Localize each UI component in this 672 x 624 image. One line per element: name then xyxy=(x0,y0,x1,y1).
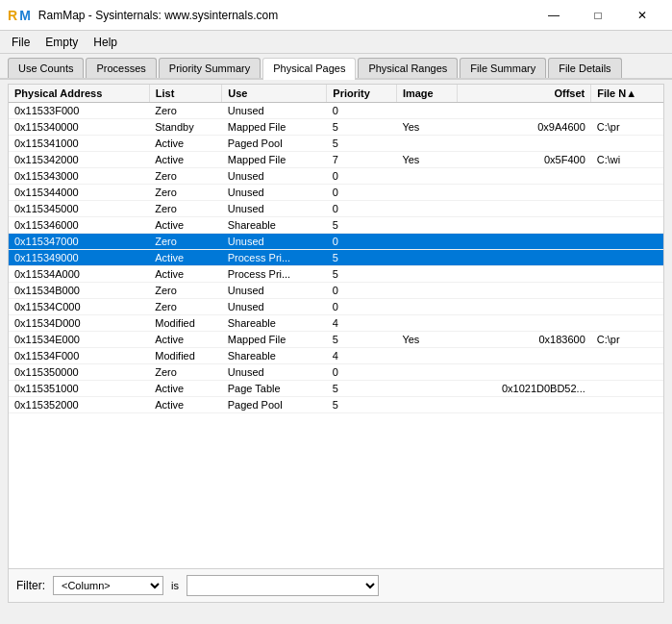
table-cell xyxy=(396,381,457,397)
tab-file-summary[interactable]: File Summary xyxy=(460,58,546,78)
table-cell: 0 xyxy=(327,201,397,217)
table-cell: 0x115343000 xyxy=(9,168,149,185)
table-row[interactable]: 0x115349000ActiveProcess Pri...5 xyxy=(9,250,663,266)
col-priority[interactable]: Priority xyxy=(327,85,397,103)
table-cell xyxy=(396,299,457,315)
table-cell: 0 xyxy=(327,234,397,250)
table-cell xyxy=(591,283,663,299)
table-cell: 0x11534E000 xyxy=(9,332,149,348)
menu-file[interactable]: File xyxy=(4,34,37,51)
table-row[interactable]: 0x115344000ZeroUnused0 xyxy=(9,185,663,201)
tab-priority-summary[interactable]: Priority Summary xyxy=(159,58,261,78)
tab-file-details[interactable]: File Details xyxy=(548,58,621,78)
menu-help[interactable]: Help xyxy=(86,34,125,51)
table-cell xyxy=(458,103,591,119)
table-cell: 0x115351000 xyxy=(9,381,149,397)
tab-physical-pages[interactable]: Physical Pages xyxy=(262,58,356,80)
table-cell xyxy=(396,103,457,119)
table-cell: Paged Pool xyxy=(222,136,327,152)
table-cell: Standby xyxy=(149,119,221,136)
close-button[interactable]: ✕ xyxy=(620,0,664,31)
table-row[interactable]: 0x11534C000ZeroUnused0 xyxy=(9,299,663,315)
col-filename[interactable]: File N▲ xyxy=(591,85,663,103)
filter-column-select[interactable]: <Column> Physical Address List Use Prior… xyxy=(53,576,163,595)
col-physical-address[interactable]: Physical Address xyxy=(9,85,149,103)
table-cell: 7 xyxy=(327,152,397,168)
table-cell: 0x115347000 xyxy=(9,234,149,250)
table-cell: Yes xyxy=(396,152,457,168)
table-row[interactable]: 0x11534F000ModifiedShareable4 xyxy=(9,348,663,364)
table-cell xyxy=(396,283,457,299)
table-cell: Unused xyxy=(222,364,327,381)
table-cell: 5 xyxy=(327,332,397,348)
col-use[interactable]: Use xyxy=(222,85,327,103)
table-cell xyxy=(458,266,591,283)
table-row[interactable]: 0x115350000ZeroUnused0 xyxy=(9,364,663,381)
table-row[interactable]: 0x115351000ActivePage Table50x1021D0BD52… xyxy=(9,381,663,397)
table-row[interactable]: 0x11534A000ActiveProcess Pri...5 xyxy=(9,266,663,283)
table-cell: 0x115350000 xyxy=(9,364,149,381)
table-cell: Process Pri... xyxy=(222,250,327,266)
table-row[interactable]: 0x115341000ActivePaged Pool5 xyxy=(9,136,663,152)
menu-empty[interactable]: Empty xyxy=(37,34,86,51)
table-cell: Zero xyxy=(149,283,221,299)
table-cell xyxy=(396,315,457,332)
table-cell xyxy=(591,136,663,152)
minimize-button[interactable]: — xyxy=(532,0,576,31)
table-cell: Paged Pool xyxy=(222,397,327,413)
maximize-button[interactable]: □ xyxy=(576,0,620,31)
table-cell xyxy=(591,168,663,185)
table-cell: Active xyxy=(149,332,221,348)
table-cell: 0x183600 xyxy=(458,332,591,348)
table-cell: Yes xyxy=(396,332,457,348)
table-container[interactable]: Physical Address List Use Priority Image… xyxy=(9,85,663,568)
table-cell: Active xyxy=(149,152,221,168)
table-row[interactable]: 0x115343000ZeroUnused0 xyxy=(9,168,663,185)
table-cell: Mapped File xyxy=(222,119,327,136)
table-row[interactable]: 0x115342000ActiveMapped File7Yes0x5F400C… xyxy=(9,152,663,168)
table-row[interactable]: 0x115346000ActiveShareable5 xyxy=(9,217,663,234)
tab-use-counts[interactable]: Use Counts xyxy=(8,58,84,78)
filter-value-select[interactable] xyxy=(187,575,379,596)
table-cell: Active xyxy=(149,136,221,152)
table-row[interactable]: 0x11534E000ActiveMapped File5Yes0x183600… xyxy=(9,332,663,348)
tab-bar: Use Counts Processes Priority Summary Ph… xyxy=(0,54,672,80)
table-cell: 4 xyxy=(327,348,397,364)
table-cell: Shareable xyxy=(222,217,327,234)
table-cell: 5 xyxy=(327,136,397,152)
col-image[interactable]: Image xyxy=(396,85,457,103)
table-cell: Unused xyxy=(222,103,327,119)
icon-r: R xyxy=(8,8,17,23)
col-list[interactable]: List xyxy=(149,85,221,103)
table-row[interactable]: 0x115340000StandbyMapped File5Yes0x9A460… xyxy=(9,119,663,136)
tab-physical-ranges[interactable]: Physical Ranges xyxy=(358,58,458,78)
table-cell: 0x11534B000 xyxy=(9,283,149,299)
col-offset[interactable]: Offset xyxy=(458,85,591,103)
table-cell xyxy=(458,299,591,315)
table-cell xyxy=(591,299,663,315)
table-row[interactable]: 0x11533F000ZeroUnused0 xyxy=(9,103,663,119)
table-cell xyxy=(458,234,591,250)
menu-bar: File Empty Help xyxy=(0,31,672,54)
table-cell: 0x115344000 xyxy=(9,185,149,201)
table-row[interactable]: 0x115345000ZeroUnused0 xyxy=(9,201,663,217)
table-cell: 0x115352000 xyxy=(9,397,149,413)
table-row[interactable]: 0x115352000ActivePaged Pool5 xyxy=(9,397,663,413)
table-row[interactable]: 0x11534B000ZeroUnused0 xyxy=(9,283,663,299)
table-cell: Zero xyxy=(149,201,221,217)
table-cell: 5 xyxy=(327,250,397,266)
table-row[interactable]: 0x11534D000ModifiedShareable4 xyxy=(9,315,663,332)
table-cell: Unused xyxy=(222,234,327,250)
table-cell: 0x5F400 xyxy=(458,152,591,168)
table-cell xyxy=(458,217,591,234)
table-cell xyxy=(396,168,457,185)
table-row[interactable]: 0x115347000ZeroUnused0 xyxy=(9,234,663,250)
table-cell: 0x1021D0BD52... xyxy=(458,381,591,397)
table-cell xyxy=(458,136,591,152)
table-cell xyxy=(458,185,591,201)
title-bar: R M RamMap - Sysinternals: www.sysintern… xyxy=(0,0,672,31)
table-cell: 0x115340000 xyxy=(9,119,149,136)
table-cell: C:\pr xyxy=(591,119,663,136)
table-cell xyxy=(591,381,663,397)
tab-processes[interactable]: Processes xyxy=(86,58,156,78)
